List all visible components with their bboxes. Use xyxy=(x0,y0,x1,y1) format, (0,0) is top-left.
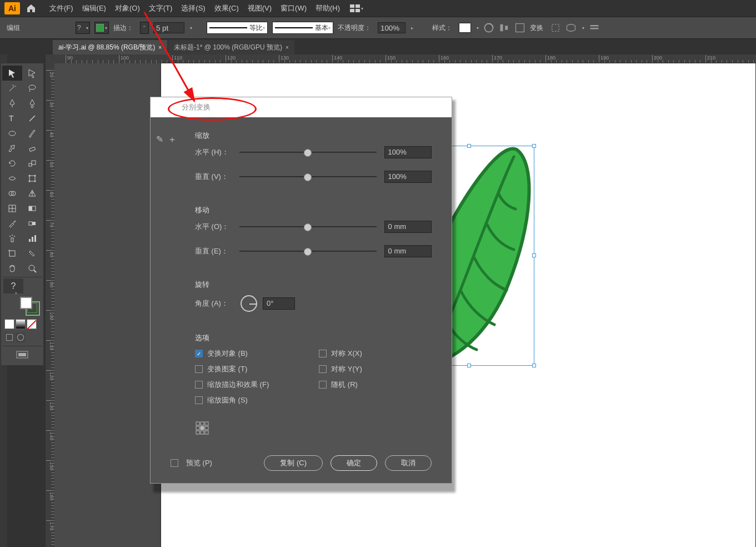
reference-point-selector[interactable] xyxy=(195,421,209,435)
line-segment-tool[interactable] xyxy=(22,111,42,126)
scale-horizontal-input[interactable]: 100% xyxy=(384,146,432,158)
graphic-style-swatch[interactable] xyxy=(459,23,471,33)
align-icon[interactable] xyxy=(499,22,510,33)
symbol-sprayer-tool[interactable] xyxy=(2,231,22,246)
move-horizontal-slider[interactable] xyxy=(239,226,377,227)
screen-mode-button[interactable] xyxy=(2,347,42,363)
selection-tool[interactable] xyxy=(2,66,22,81)
scale-vertical-input[interactable]: 100% xyxy=(384,171,432,183)
checkbox-reflect-y[interactable] xyxy=(319,365,327,373)
stroke-swatch[interactable]: ▾ xyxy=(94,22,109,34)
curvature-tool[interactable] xyxy=(22,96,42,111)
blend-tool[interactable] xyxy=(22,216,42,231)
plus-icon[interactable]: ＋ xyxy=(168,134,177,146)
paintbrush-tool[interactable] xyxy=(22,126,42,141)
slider-thumb[interactable] xyxy=(304,223,312,231)
chevron-down-icon[interactable]: ▸ xyxy=(411,26,413,31)
scale-tool[interactable] xyxy=(22,156,42,171)
eraser-tool[interactable] xyxy=(22,141,42,156)
menu-object[interactable]: 对象(O) xyxy=(111,3,144,13)
move-vertical-input[interactable]: 0 mm xyxy=(384,245,432,257)
shape-icon[interactable] xyxy=(514,22,525,33)
ellipse-tool[interactable] xyxy=(2,126,22,141)
type-tool[interactable]: T xyxy=(2,111,22,126)
artboard-tool[interactable] xyxy=(2,246,22,261)
checkbox-reflect-x[interactable] xyxy=(319,350,327,357)
draw-behind[interactable] xyxy=(16,332,26,342)
free-transform-tool[interactable] xyxy=(22,171,42,186)
stroke-weight-link[interactable]: ⌃ xyxy=(140,22,149,34)
isolate-icon[interactable] xyxy=(550,22,561,33)
scale-vertical-slider[interactable] xyxy=(239,176,377,177)
more-icon[interactable] xyxy=(589,22,600,33)
chevron-down-icon[interactable]: ▾ xyxy=(477,26,479,31)
menu-type[interactable]: 文字(T) xyxy=(144,3,177,13)
hand-tool[interactable] xyxy=(2,261,22,276)
checkbox-random[interactable] xyxy=(319,381,327,389)
magic-wand-tool[interactable] xyxy=(2,81,22,96)
slider-thumb[interactable] xyxy=(304,149,312,157)
color-mode-gradient[interactable] xyxy=(16,319,26,329)
slider-thumb[interactable] xyxy=(304,248,312,256)
menu-select[interactable]: 选择(S) xyxy=(177,3,209,13)
mesh-tool[interactable] xyxy=(2,201,22,216)
close-icon[interactable]: × xyxy=(286,44,289,51)
ruler-vertical[interactable]: 2030405060708090100110120130140150160170 xyxy=(46,63,54,547)
document-tab[interactable]: 未标题-1* @ 100% (RGB/GPU 预览) × xyxy=(168,40,294,54)
document-tab-active[interactable]: ai-学习.ai @ 88.85% (RGB/预览) × xyxy=(53,40,167,54)
ok-button[interactable]: 确定 xyxy=(331,455,377,471)
envelope-icon[interactable] xyxy=(565,22,577,33)
direct-selection-tool[interactable] xyxy=(22,66,42,81)
chevron-down-icon[interactable]: ▾ xyxy=(190,26,192,31)
move-horizontal-input[interactable]: 0 mm xyxy=(384,221,432,233)
checkbox-scale-corners[interactable] xyxy=(195,396,203,404)
color-mode-solid[interactable] xyxy=(4,319,14,329)
slider-thumb[interactable] xyxy=(304,173,312,181)
shape-builder-tool[interactable] xyxy=(2,186,22,201)
menu-edit[interactable]: 编辑(E) xyxy=(78,3,111,13)
width-tool[interactable] xyxy=(2,171,22,186)
angle-dial[interactable] xyxy=(241,295,257,312)
menu-window[interactable]: 窗口(W) xyxy=(276,3,311,13)
brush-definition[interactable]: 基本▾ xyxy=(272,22,333,34)
move-vertical-slider[interactable] xyxy=(239,251,377,252)
home-icon[interactable] xyxy=(26,3,37,14)
pencil-icon[interactable]: ✎ xyxy=(156,134,163,146)
checkbox-transform-objects[interactable]: ✓ xyxy=(195,350,203,357)
close-icon[interactable]: × xyxy=(158,44,162,51)
lasso-tool[interactable] xyxy=(22,81,42,96)
shaper-tool[interactable] xyxy=(2,141,22,156)
chevron-down-icon[interactable]: ▾ xyxy=(582,26,584,31)
checkbox-transform-patterns[interactable] xyxy=(195,365,203,373)
zoom-tool[interactable] xyxy=(22,261,42,276)
cancel-button[interactable]: 取消 xyxy=(385,455,432,471)
help-tool-icon[interactable]: ? xyxy=(3,279,23,294)
draw-normal[interactable] xyxy=(4,332,14,342)
stroke-weight-input[interactable] xyxy=(153,22,184,33)
pen-tool[interactable] xyxy=(2,96,22,111)
column-graph-tool[interactable] xyxy=(22,231,42,246)
checkbox-preview[interactable] xyxy=(171,459,178,467)
transform-label[interactable]: 变换 xyxy=(530,23,543,33)
scale-horizontal-slider[interactable] xyxy=(239,152,377,153)
variable-width-profile[interactable]: 等比▾ xyxy=(207,22,268,34)
ruler-horizontal[interactable]: 90100110120130140150160170180190200210 xyxy=(54,54,756,63)
angle-input[interactable]: 0° xyxy=(263,297,295,310)
gradient-tool[interactable] xyxy=(22,201,42,216)
eyedropper-tool[interactable] xyxy=(2,216,22,231)
checkbox-scale-strokes[interactable] xyxy=(195,381,203,389)
slice-tool[interactable] xyxy=(22,246,42,261)
menu-view[interactable]: 视图(V) xyxy=(243,3,276,13)
copy-button[interactable]: 复制 (C) xyxy=(264,455,323,471)
fill-swatch[interactable]: ?▾ xyxy=(76,22,90,34)
menu-help[interactable]: 帮助(H) xyxy=(311,3,344,13)
perspective-grid-tool[interactable] xyxy=(22,186,42,201)
chevron-down-icon[interactable]: ▾ xyxy=(361,6,363,11)
workspace-switcher[interactable] xyxy=(350,4,360,12)
opacity-input[interactable] xyxy=(378,22,405,33)
color-mode-none[interactable] xyxy=(27,319,37,329)
menu-effect[interactable]: 效果(C) xyxy=(210,3,243,13)
ruler-origin[interactable] xyxy=(46,54,54,63)
menu-file[interactable]: 文件(F) xyxy=(45,3,78,13)
rotate-tool[interactable] xyxy=(2,156,22,171)
